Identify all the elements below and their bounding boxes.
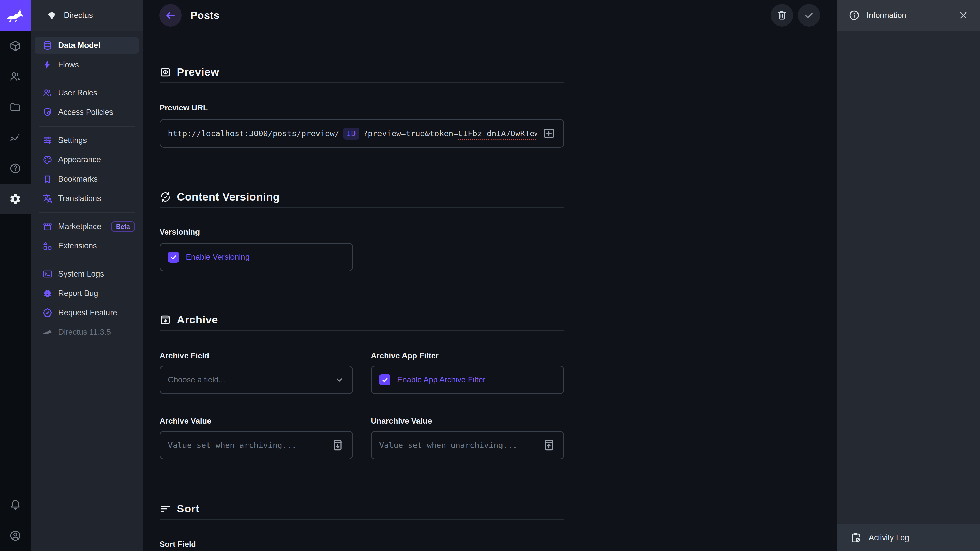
module-bar bbox=[0, 0, 30, 551]
sidebar-item-label: Directus 11.3.5 bbox=[58, 327, 111, 337]
shapes-icon bbox=[42, 241, 52, 251]
versioning-toggle-box: Enable Versioning bbox=[159, 243, 353, 272]
archive-value-label: Archive Value bbox=[159, 416, 353, 426]
panel-title: Information bbox=[867, 11, 906, 20]
nav-divider bbox=[39, 79, 135, 79]
module-settings[interactable] bbox=[0, 184, 30, 214]
information-panel-header[interactable]: Information bbox=[837, 0, 980, 30]
activity-log-button[interactable]: Activity Log bbox=[837, 524, 980, 551]
sidebar-item-user-roles[interactable]: User Roles bbox=[35, 85, 139, 101]
arrow-left-icon bbox=[165, 10, 176, 21]
unarchive-value-input[interactable]: Value set when unarchiving... bbox=[371, 431, 564, 459]
trash-icon bbox=[776, 10, 788, 21]
sidebar-item-bookmarks[interactable]: Bookmarks bbox=[35, 171, 139, 187]
sidebar-item-settings[interactable]: Settings bbox=[35, 132, 139, 148]
enable-app-archive-filter-checkbox[interactable]: Enable App Archive Filter bbox=[379, 374, 485, 386]
shield-user-icon bbox=[42, 107, 52, 118]
preview-url-label: Preview URL bbox=[159, 103, 564, 113]
sort-field-label: Sort Field bbox=[159, 540, 564, 549]
settings-nav: Data Model Flows User Roles bbox=[30, 30, 143, 340]
id-variable-chip[interactable]: ID bbox=[343, 127, 360, 140]
module-files[interactable] bbox=[0, 92, 30, 122]
bug-icon bbox=[42, 288, 52, 299]
archive-value-placeholder: Value set when archiving... bbox=[168, 441, 326, 450]
directus-logo[interactable] bbox=[0, 0, 30, 30]
sidebar-item-label: Bookmarks bbox=[58, 175, 98, 184]
storefront-icon bbox=[42, 221, 52, 232]
back-button[interactable] bbox=[159, 4, 182, 27]
checkbox-label: Enable Versioning bbox=[186, 252, 250, 262]
beta-badge: Beta bbox=[111, 221, 135, 232]
terminal-icon bbox=[42, 269, 52, 279]
sidebar-item-appearance[interactable]: Appearance bbox=[35, 151, 139, 168]
help-icon bbox=[9, 162, 21, 175]
account-icon bbox=[9, 530, 21, 542]
versioning-icon bbox=[159, 191, 171, 203]
sidebar-item-label: Settings bbox=[58, 136, 87, 145]
preview-url-input[interactable]: http://localhost:3000/posts/preview/ ID … bbox=[159, 119, 564, 148]
clipboard-clock-icon bbox=[850, 532, 862, 544]
section-preview: Preview bbox=[159, 66, 564, 78]
sidebar-item-translations[interactable]: Translations bbox=[35, 190, 139, 206]
people-icon bbox=[9, 70, 21, 83]
sidebar-item-report-bug[interactable]: Report Bug bbox=[35, 285, 139, 302]
project-chooser[interactable]: Directus bbox=[30, 0, 143, 30]
nav-divider bbox=[39, 126, 135, 127]
preview-url-value: http://localhost:3000/posts/preview/ ID … bbox=[168, 127, 538, 140]
module-content[interactable] bbox=[0, 30, 30, 61]
sidebar-item-label: System Logs bbox=[58, 269, 104, 279]
archive-value-input[interactable]: Value set when archiving... bbox=[159, 431, 353, 459]
add-variable-button[interactable] bbox=[542, 127, 556, 140]
sidebar-item-label: Data Model bbox=[58, 41, 100, 50]
sidebar-item-extensions[interactable]: Extensions bbox=[35, 238, 139, 254]
account-button[interactable] bbox=[0, 520, 30, 551]
sidebar-item-system-logs[interactable]: System Logs bbox=[35, 266, 139, 282]
section-title: Archive bbox=[177, 313, 218, 326]
archive-app-filter-label: Archive App Filter bbox=[371, 351, 564, 360]
section-sort: Sort bbox=[159, 503, 564, 515]
nav-divider bbox=[39, 260, 135, 260]
bell-icon bbox=[9, 499, 21, 511]
info-icon bbox=[848, 10, 860, 21]
save-button[interactable] bbox=[798, 4, 820, 27]
archive-box-icon bbox=[159, 314, 171, 326]
main-content: Posts bbox=[143, 0, 837, 551]
tune-icon bbox=[42, 135, 52, 145]
sidebar-item-flows[interactable]: Flows bbox=[35, 57, 139, 73]
page-title: Posts bbox=[190, 10, 220, 21]
delete-button[interactable] bbox=[771, 4, 793, 27]
module-help[interactable] bbox=[0, 153, 30, 184]
gear-icon bbox=[9, 193, 21, 205]
section-divider bbox=[159, 83, 564, 83]
section-divider bbox=[159, 519, 564, 519]
collection-settings-form: Preview Preview URL http://localhost:300… bbox=[159, 66, 564, 549]
archive-down-icon bbox=[331, 438, 345, 452]
plus-box-icon bbox=[542, 127, 556, 140]
sidebar-item-marketplace[interactable]: Marketplace Beta bbox=[35, 218, 139, 235]
palette-icon bbox=[42, 155, 52, 165]
bolt-icon bbox=[42, 60, 52, 70]
archive-field-select[interactable]: Choose a field... bbox=[159, 365, 353, 394]
enable-versioning-checkbox[interactable]: Enable Versioning bbox=[168, 251, 250, 263]
sidebar-item-data-model[interactable]: Data Model bbox=[35, 37, 139, 54]
checkbox-label: Enable App Archive Filter bbox=[397, 375, 485, 384]
activity-log-label: Activity Log bbox=[869, 533, 909, 542]
checkbox-checked-icon bbox=[168, 251, 179, 263]
module-insights[interactable] bbox=[0, 122, 30, 153]
right-sidebar: Information Activity Log bbox=[837, 0, 980, 551]
section-title: Preview bbox=[177, 66, 219, 78]
close-icon bbox=[958, 10, 969, 21]
sidebar-item-request-feature[interactable]: Request Feature bbox=[35, 305, 139, 321]
sidebar-item-access-policies[interactable]: Access Policies bbox=[35, 104, 139, 121]
project-name: Directus bbox=[64, 11, 93, 20]
folder-icon bbox=[9, 101, 21, 113]
sidebar-item-label: Marketplace bbox=[58, 222, 101, 231]
section-divider bbox=[159, 207, 564, 208]
sidebar-item-label: Request Feature bbox=[58, 308, 117, 318]
url-token: CIFbz_dnIA7OwRTewJFC79aQoDI bbox=[458, 129, 538, 138]
close-sidebar-button[interactable] bbox=[958, 10, 969, 21]
translate-icon bbox=[42, 193, 52, 203]
nav-divider bbox=[39, 212, 135, 213]
module-users[interactable] bbox=[0, 61, 30, 92]
notifications-button[interactable] bbox=[0, 489, 30, 520]
